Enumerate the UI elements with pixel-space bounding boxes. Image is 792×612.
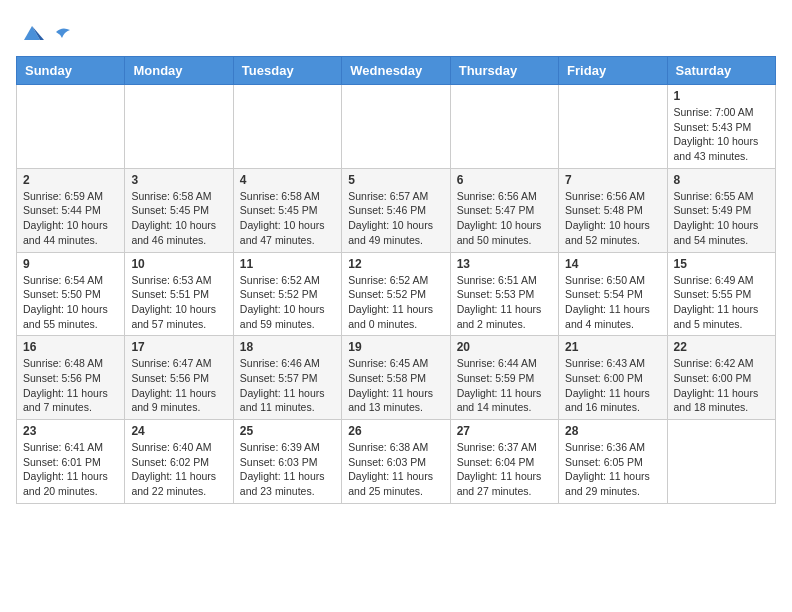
day-number: 10 [131,257,226,271]
calendar-cell [450,85,558,169]
day-number: 28 [565,424,660,438]
day-number: 20 [457,340,552,354]
day-number: 7 [565,173,660,187]
calendar-cell: 28Sunrise: 6:36 AM Sunset: 6:05 PM Dayli… [559,420,667,504]
day-info: Sunrise: 6:48 AM Sunset: 5:56 PM Dayligh… [23,356,118,415]
calendar-cell: 4Sunrise: 6:58 AM Sunset: 5:45 PM Daylig… [233,168,341,252]
day-number: 14 [565,257,660,271]
calendar-cell: 1Sunrise: 7:00 AM Sunset: 5:43 PM Daylig… [667,85,775,169]
day-info: Sunrise: 6:47 AM Sunset: 5:56 PM Dayligh… [131,356,226,415]
day-info: Sunrise: 6:52 AM Sunset: 5:52 PM Dayligh… [240,273,335,332]
calendar-cell: 17Sunrise: 6:47 AM Sunset: 5:56 PM Dayli… [125,336,233,420]
day-number: 9 [23,257,118,271]
day-info: Sunrise: 6:36 AM Sunset: 6:05 PM Dayligh… [565,440,660,499]
day-number: 11 [240,257,335,271]
day-number: 27 [457,424,552,438]
day-number: 8 [674,173,769,187]
calendar-table: SundayMondayTuesdayWednesdayThursdayFrid… [16,56,776,504]
calendar-week-1: 1Sunrise: 7:00 AM Sunset: 5:43 PM Daylig… [17,85,776,169]
weekday-header-tuesday: Tuesday [233,57,341,85]
calendar-cell: 5Sunrise: 6:57 AM Sunset: 5:46 PM Daylig… [342,168,450,252]
day-number: 15 [674,257,769,271]
day-number: 2 [23,173,118,187]
calendar-cell: 16Sunrise: 6:48 AM Sunset: 5:56 PM Dayli… [17,336,125,420]
day-number: 5 [348,173,443,187]
day-info: Sunrise: 6:53 AM Sunset: 5:51 PM Dayligh… [131,273,226,332]
day-number: 24 [131,424,226,438]
day-number: 23 [23,424,118,438]
calendar-cell: 23Sunrise: 6:41 AM Sunset: 6:01 PM Dayli… [17,420,125,504]
weekday-header-friday: Friday [559,57,667,85]
day-info: Sunrise: 6:49 AM Sunset: 5:55 PM Dayligh… [674,273,769,332]
calendar-cell [667,420,775,504]
day-number: 13 [457,257,552,271]
day-info: Sunrise: 6:58 AM Sunset: 5:45 PM Dayligh… [240,189,335,248]
calendar-week-5: 23Sunrise: 6:41 AM Sunset: 6:01 PM Dayli… [17,420,776,504]
day-info: Sunrise: 6:46 AM Sunset: 5:57 PM Dayligh… [240,356,335,415]
day-number: 6 [457,173,552,187]
day-info: Sunrise: 6:41 AM Sunset: 6:01 PM Dayligh… [23,440,118,499]
logo-bird-icon [54,24,72,40]
day-number: 12 [348,257,443,271]
day-number: 18 [240,340,335,354]
day-info: Sunrise: 6:44 AM Sunset: 5:59 PM Dayligh… [457,356,552,415]
logo-text [52,24,72,40]
calendar-week-3: 9Sunrise: 6:54 AM Sunset: 5:50 PM Daylig… [17,252,776,336]
day-info: Sunrise: 6:43 AM Sunset: 6:00 PM Dayligh… [565,356,660,415]
weekday-header-saturday: Saturday [667,57,775,85]
day-info: Sunrise: 6:38 AM Sunset: 6:03 PM Dayligh… [348,440,443,499]
day-info: Sunrise: 6:45 AM Sunset: 5:58 PM Dayligh… [348,356,443,415]
day-number: 16 [23,340,118,354]
calendar-cell [559,85,667,169]
day-info: Sunrise: 6:42 AM Sunset: 6:00 PM Dayligh… [674,356,769,415]
day-info: Sunrise: 6:37 AM Sunset: 6:04 PM Dayligh… [457,440,552,499]
logo [16,16,72,48]
calendar-cell: 18Sunrise: 6:46 AM Sunset: 5:57 PM Dayli… [233,336,341,420]
day-number: 3 [131,173,226,187]
day-info: Sunrise: 6:56 AM Sunset: 5:47 PM Dayligh… [457,189,552,248]
calendar-cell: 7Sunrise: 6:56 AM Sunset: 5:48 PM Daylig… [559,168,667,252]
day-info: Sunrise: 6:51 AM Sunset: 5:53 PM Dayligh… [457,273,552,332]
day-number: 4 [240,173,335,187]
calendar-cell: 2Sunrise: 6:59 AM Sunset: 5:44 PM Daylig… [17,168,125,252]
calendar-cell: 8Sunrise: 6:55 AM Sunset: 5:49 PM Daylig… [667,168,775,252]
day-info: Sunrise: 6:58 AM Sunset: 5:45 PM Dayligh… [131,189,226,248]
day-info: Sunrise: 6:40 AM Sunset: 6:02 PM Dayligh… [131,440,226,499]
calendar-week-4: 16Sunrise: 6:48 AM Sunset: 5:56 PM Dayli… [17,336,776,420]
weekday-header-wednesday: Wednesday [342,57,450,85]
day-info: Sunrise: 6:55 AM Sunset: 5:49 PM Dayligh… [674,189,769,248]
calendar-cell: 14Sunrise: 6:50 AM Sunset: 5:54 PM Dayli… [559,252,667,336]
day-info: Sunrise: 6:39 AM Sunset: 6:03 PM Dayligh… [240,440,335,499]
calendar-cell [233,85,341,169]
calendar-cell: 3Sunrise: 6:58 AM Sunset: 5:45 PM Daylig… [125,168,233,252]
day-info: Sunrise: 7:00 AM Sunset: 5:43 PM Dayligh… [674,105,769,164]
calendar-cell: 15Sunrise: 6:49 AM Sunset: 5:55 PM Dayli… [667,252,775,336]
calendar-cell: 21Sunrise: 6:43 AM Sunset: 6:00 PM Dayli… [559,336,667,420]
weekday-header-sunday: Sunday [17,57,125,85]
calendar-cell: 13Sunrise: 6:51 AM Sunset: 5:53 PM Dayli… [450,252,558,336]
day-info: Sunrise: 6:52 AM Sunset: 5:52 PM Dayligh… [348,273,443,332]
day-info: Sunrise: 6:57 AM Sunset: 5:46 PM Dayligh… [348,189,443,248]
day-info: Sunrise: 6:50 AM Sunset: 5:54 PM Dayligh… [565,273,660,332]
weekday-header-monday: Monday [125,57,233,85]
day-number: 25 [240,424,335,438]
day-number: 26 [348,424,443,438]
calendar-cell: 20Sunrise: 6:44 AM Sunset: 5:59 PM Dayli… [450,336,558,420]
day-number: 21 [565,340,660,354]
calendar-cell: 26Sunrise: 6:38 AM Sunset: 6:03 PM Dayli… [342,420,450,504]
day-info: Sunrise: 6:54 AM Sunset: 5:50 PM Dayligh… [23,273,118,332]
page-header [16,16,776,48]
calendar-cell: 9Sunrise: 6:54 AM Sunset: 5:50 PM Daylig… [17,252,125,336]
calendar-cell: 22Sunrise: 6:42 AM Sunset: 6:00 PM Dayli… [667,336,775,420]
weekday-header-row: SundayMondayTuesdayWednesdayThursdayFrid… [17,57,776,85]
calendar-cell: 6Sunrise: 6:56 AM Sunset: 5:47 PM Daylig… [450,168,558,252]
calendar-cell: 27Sunrise: 6:37 AM Sunset: 6:04 PM Dayli… [450,420,558,504]
calendar-cell [17,85,125,169]
calendar-week-2: 2Sunrise: 6:59 AM Sunset: 5:44 PM Daylig… [17,168,776,252]
day-number: 19 [348,340,443,354]
calendar-cell: 12Sunrise: 6:52 AM Sunset: 5:52 PM Dayli… [342,252,450,336]
day-number: 22 [674,340,769,354]
day-number: 1 [674,89,769,103]
calendar-cell: 25Sunrise: 6:39 AM Sunset: 6:03 PM Dayli… [233,420,341,504]
day-info: Sunrise: 6:59 AM Sunset: 5:44 PM Dayligh… [23,189,118,248]
